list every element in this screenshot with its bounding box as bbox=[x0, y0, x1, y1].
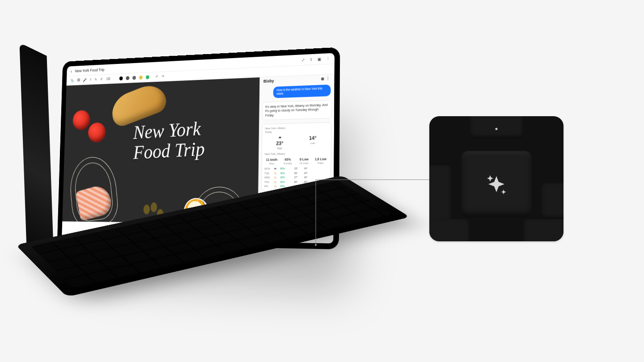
neighbor-key bbox=[429, 165, 452, 223]
window-controls[interactable]: ⤢ ⇪ ▣ ⋮ bbox=[301, 56, 330, 62]
neighbor-key bbox=[523, 219, 564, 241]
redo-icon[interactable]: ↷ bbox=[161, 75, 164, 79]
color-swatch-yellow[interactable] bbox=[139, 76, 143, 80]
neighbor-key bbox=[429, 219, 470, 241]
color-swatch-darkgrey[interactable] bbox=[132, 76, 136, 80]
doodle-olive bbox=[143, 205, 150, 215]
canvas-handwriting: New York Food Trip bbox=[133, 118, 205, 163]
weather-low: 14° Low bbox=[297, 135, 328, 150]
menu-square-icon[interactable]: ▣ bbox=[318, 57, 322, 62]
bixby-user-bubble: How is the weather in New York this week bbox=[273, 84, 331, 98]
mic-icon[interactable]: 🎤 bbox=[83, 78, 87, 82]
sparkle-icon bbox=[482, 170, 511, 198]
eraser-icon[interactable]: ⌫ bbox=[106, 77, 110, 81]
doodle-tomato bbox=[88, 122, 106, 143]
note-title: New York Food Trip bbox=[75, 67, 104, 73]
globe-icon[interactable]: ⊕ bbox=[321, 76, 325, 81]
image-icon[interactable]: 🖼 bbox=[77, 78, 80, 82]
canvas-text-line2: Food Trip bbox=[133, 139, 205, 163]
text-icon[interactable]: T bbox=[89, 78, 91, 82]
bixby-header-actions[interactable]: ⊕ ⋮ bbox=[321, 76, 331, 81]
neighbor-key bbox=[470, 116, 523, 139]
pen-icon[interactable]: ✎ bbox=[94, 78, 97, 82]
ai-key-callout bbox=[429, 116, 564, 241]
highlighter-icon[interactable]: ✐ bbox=[100, 77, 103, 81]
undo-icon[interactable]: ↶ bbox=[156, 75, 158, 79]
bixby-answer-text: It's rainy in New York, Albany on Monday… bbox=[265, 103, 328, 118]
bixby-title: Bixby bbox=[263, 79, 274, 84]
doodle-tomato bbox=[72, 110, 90, 130]
color-swatch-black[interactable] bbox=[119, 76, 123, 80]
color-swatch-green[interactable] bbox=[146, 75, 149, 79]
cloud-rain-icon: 🌧 bbox=[278, 135, 281, 140]
expand-icon[interactable]: ⤢ bbox=[301, 57, 305, 62]
back-icon[interactable]: ‹ bbox=[71, 68, 72, 73]
weather-high: 🌧 23° High bbox=[265, 135, 295, 151]
ai-assistant-key[interactable] bbox=[462, 151, 531, 217]
more-icon[interactable]: ⋮ bbox=[326, 56, 330, 61]
weather-metrics: 11 km/hWind 63%Humidity 0 LowUV index 1,… bbox=[265, 157, 328, 165]
attach-icon[interactable]: 📎 bbox=[70, 79, 74, 83]
tablet-stand bbox=[19, 42, 54, 261]
more-icon[interactable]: ⋮ bbox=[326, 76, 331, 81]
share-icon[interactable]: ⇪ bbox=[309, 57, 313, 62]
doodle-olive bbox=[151, 202, 157, 212]
tablet-product-render: ‹ New York Food Trip ⤢ ⇪ ▣ ⋮ 📎 🖼 🎤 T ✎ ✐… bbox=[40, 54, 344, 246]
weather-location-2: New York, Albany bbox=[265, 151, 328, 156]
color-swatch-grey[interactable] bbox=[126, 76, 129, 80]
neighbor-key bbox=[541, 183, 564, 219]
bixby-answer-card: It's rainy in New York, Albany on Monday… bbox=[262, 100, 331, 120]
